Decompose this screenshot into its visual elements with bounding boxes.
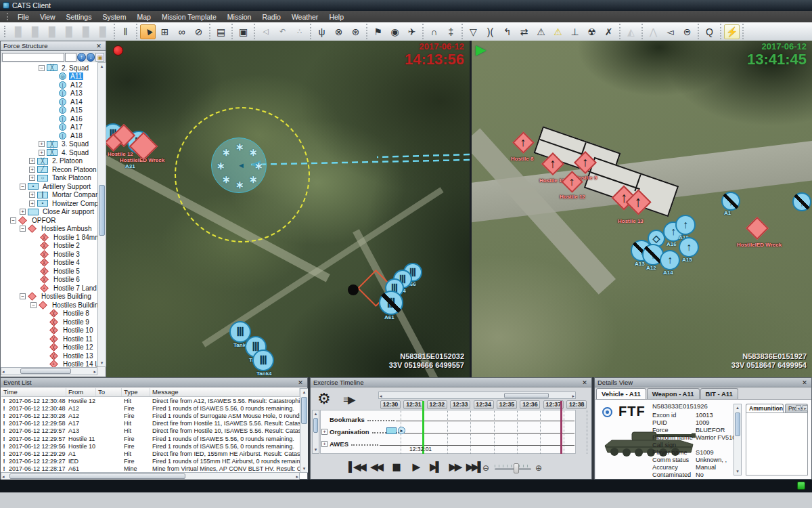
tree-item-2-platoon[interactable]: +╳2. Platoon [29, 157, 97, 166]
tree-item-mortar-company[interactable]: +┃Mortar Company [29, 191, 97, 200]
casualty-button[interactable]: ✗ [601, 24, 616, 39]
skip-start-button[interactable]: ▌◀◀ [348, 457, 365, 475]
tab-scroll-right-icon[interactable]: ▸ [803, 405, 808, 411]
tree-item-hostile-1-84mm[interactable]: ╳Hostile 1 84mm [32, 233, 97, 242]
tree-item-hostile-3[interactable]: ╳Hostile 3 [32, 250, 97, 259]
tree-item-hostile-12[interactable]: ╳Hostile 12 [41, 343, 97, 352]
close-icon[interactable]: ✕ [581, 379, 589, 386]
expand-icon[interactable]: + [29, 158, 35, 164]
weather-strike-button[interactable]: ⚡ [724, 24, 740, 39]
tree-item-hostile-9[interactable]: ╳Hostile 9 [41, 318, 97, 326]
timeline-vertical-scrollbar[interactable]: ▴ ▾ [312, 410, 319, 454]
arc-tool-button[interactable]: )( [482, 24, 498, 39]
tree-item-a12[interactable]: ∣A12 [51, 81, 97, 89]
hostile-unit-marker[interactable] [749, 220, 765, 236]
menu-weather[interactable]: Weather [286, 12, 324, 22]
new-mission-button[interactable]: ▉ [11, 24, 26, 39]
chem-hazard-button[interactable]: ⚠ [550, 24, 566, 39]
tree-item-opfor[interactable]: −OPFOR [10, 216, 97, 225]
column-header-to[interactable]: To [96, 388, 122, 396]
details-vertical-scrollbar[interactable]: ▴ ▾ [734, 404, 742, 475]
collapse-icon[interactable]: − [20, 293, 26, 299]
menu-settings[interactable]: Settings [61, 12, 97, 22]
import-mission-button[interactable]: ▉ [45, 24, 60, 39]
hostile-unit-marker[interactable]: ↑ [564, 174, 580, 190]
unlink-units-button[interactable]: ⊘ [191, 24, 206, 39]
menu-mission-template[interactable]: Mission Template [156, 12, 222, 22]
expand-icon[interactable]: + [39, 141, 45, 147]
sound-coverage-button[interactable]: ◅ [662, 24, 678, 39]
tree-item-a17[interactable]: ∣A17 [51, 123, 97, 132]
close-icon[interactable]: ✕ [95, 43, 103, 49]
tab-ammunition[interactable]: Ammunition [746, 404, 784, 412]
tree-item-a15[interactable]: ∣A15 [51, 106, 97, 115]
menu-file[interactable]: File [12, 12, 35, 22]
zoom-in-icon[interactable]: ⊕ [535, 463, 542, 473]
menu-view[interactable]: View [35, 12, 61, 22]
map-replay-view[interactable]: ▶ 2017-06-12 13:41:45 N583836E0151927 33… [472, 41, 812, 377]
select-pointer-button[interactable]: ► [140, 24, 156, 39]
event-row[interactable]: !2017-06-12 12:29:29A1HitDirect fire fro… [1, 450, 300, 457]
timeline-row-bookmarks[interactable]: Bookmarks [321, 415, 574, 423]
tree-item-hostile-5[interactable]: ╳Hostile 5 [32, 267, 97, 276]
split-route-button[interactable]: ⇄ [516, 24, 532, 39]
collapse-icon[interactable]: − [20, 184, 26, 190]
event-row[interactable]: !2017-06-12 12:30:28A12FireFired 1 round… [1, 412, 300, 419]
zoom-out-icon[interactable]: ⊖ [482, 463, 489, 473]
tab-weapon-a11[interactable]: Weapon - A11 [647, 388, 700, 399]
filter-down-button[interactable]: ↓ [87, 53, 95, 62]
event-row[interactable]: !2017-06-12 12:29:27IEDFireFired 1 round… [1, 458, 300, 465]
turn-route-button[interactable]: ↰ [499, 24, 515, 39]
column-header-from[interactable]: From [66, 388, 96, 396]
tree-vertical-scrollbar[interactable]: ▴ ▾ [97, 62, 106, 367]
collapse-icon[interactable]: − [39, 65, 45, 71]
prev-view-button[interactable]: ◁ [258, 24, 273, 39]
ied-marker[interactable] [348, 284, 359, 295]
organisation-event-marker[interactable]: ▸ [398, 427, 405, 434]
event-row[interactable]: !2017-06-12 12:29:58A17HitDirect fire fr… [1, 420, 300, 427]
friendly-unit-marker-destroyed[interactable]: ↑ [721, 192, 740, 211]
expand-icon[interactable]: + [29, 175, 35, 181]
scatter-view-button[interactable]: ∴ [292, 24, 307, 39]
column-header-type[interactable]: Type [122, 388, 150, 396]
force-filter-input[interactable] [2, 53, 64, 62]
tree-item-howitzer-company[interactable]: +•Howitzer Company [29, 199, 97, 208]
tree-item-hostile-8[interactable]: ╳Hostile 8 [41, 310, 97, 318]
hostile-unit-marker[interactable]: ↑ [516, 135, 531, 150]
hostile-unit-marker[interactable]: ↑ [545, 156, 561, 172]
hostile-unit-marker[interactable]: ↑ [577, 154, 593, 171]
force-filter-secondary-input[interactable] [65, 53, 76, 62]
magnifier-button[interactable]: Q [702, 24, 717, 39]
tree-item-hostile-4[interactable]: ╳Hostile 4 [32, 259, 97, 268]
tree-item-a14[interactable]: ∣A14 [51, 98, 97, 106]
tree-item-a16[interactable]: ∣A16 [51, 114, 97, 123]
tree-item-tank-platoon[interactable]: +○Tank Platoon [29, 174, 97, 183]
event-row[interactable]: !2017-06-12 12:29:56Hostile 10FireFired … [1, 442, 300, 450]
emplacement-button[interactable]: ⊥ [567, 24, 583, 39]
tree-item-3-squad[interactable]: +╳3. Squad [39, 140, 97, 149]
friendly-unit-marker[interactable]: ↑ [675, 215, 696, 235]
hostile-unit-marker[interactable] [107, 136, 120, 149]
tab-bit-a11[interactable]: BIT - A11 [700, 388, 738, 399]
menu-help[interactable]: Help [323, 12, 349, 22]
menu-system[interactable]: System [97, 12, 131, 22]
unit-hierarchy-button[interactable]: ⊞ [157, 24, 173, 39]
close-icon[interactable]: ✕ [800, 379, 809, 386]
tree-item-hostile-10[interactable]: ╳Hostile 10 [41, 326, 97, 335]
open-mission-button[interactable]: ▉ [28, 24, 43, 39]
hostile-unit-marker[interactable]: ↑ [629, 193, 648, 211]
event-row[interactable]: !2017-06-12 12:30:48Hostile 12HitDirect … [1, 397, 300, 404]
sensor-coverage-button[interactable]: ⊛ [348, 24, 363, 39]
tree-item-2-squad[interactable]: −╳2. Squad [39, 64, 97, 72]
tree-item-recon-platoon[interactable]: +╱Recon Platoon [29, 165, 97, 174]
aircraft-button[interactable]: ✈ [404, 24, 420, 39]
expand-icon[interactable]: + [29, 192, 35, 198]
hazard-button[interactable]: ⚠ [533, 24, 549, 39]
bookmark-button[interactable]: ⚑ [370, 24, 386, 39]
step-forward-button[interactable]: ▶▌ [426, 457, 444, 475]
menu-radio[interactable]: Radio [256, 12, 286, 22]
rewind-button[interactable]: ◀◀ [367, 457, 385, 475]
link-units-button[interactable]: ∞ [174, 24, 189, 39]
map-playback-button[interactable]: ‖ [118, 24, 133, 39]
tree-item-hostile-13[interactable]: ╳Hostile 13 [41, 352, 97, 360]
